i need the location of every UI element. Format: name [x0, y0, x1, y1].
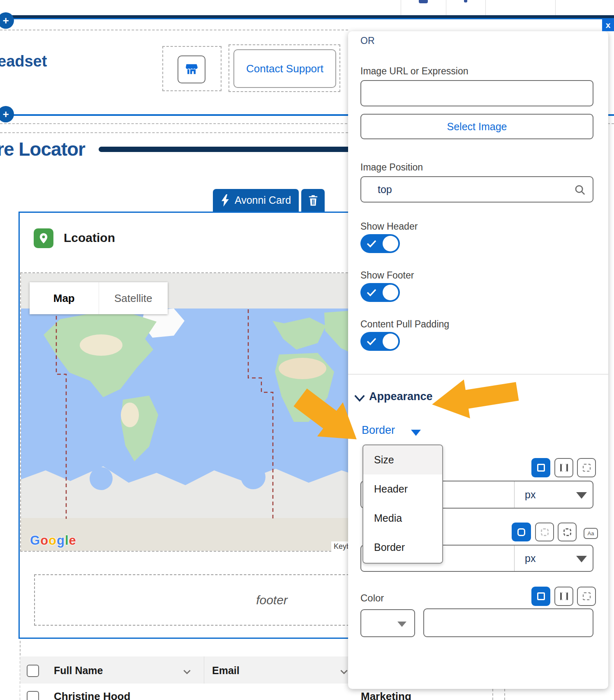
select-image-label: Select Image: [447, 121, 507, 133]
toggle-knob: [383, 285, 398, 300]
caret-down-icon[interactable]: [576, 492, 587, 499]
check-icon: [366, 337, 377, 346]
unit-value: px: [525, 553, 536, 564]
section-divider-accent: [0, 18, 614, 19]
caret-down-icon: [397, 622, 406, 627]
menu-item-border[interactable]: Border: [363, 533, 442, 562]
location-icon: [34, 228, 53, 248]
border-custom-icon: [583, 592, 591, 600]
component-badge-label: Avonni Card: [235, 194, 291, 206]
lightning-icon: [221, 194, 230, 207]
row-checkbox[interactable]: [27, 691, 39, 700]
column-guide-dashed: [492, 689, 493, 700]
radius-corners-dark-icon: [563, 528, 571, 536]
border-all-icon: [537, 464, 545, 472]
map-type-control: Map Satellite: [30, 282, 168, 314]
color-value-input[interactable]: [423, 608, 593, 637]
radius-text-unit-button[interactable]: Aa: [584, 528, 598, 539]
store-icon: [185, 62, 199, 76]
border-custom-icon: [583, 464, 591, 472]
image-url-label: Image URL or Expression: [360, 66, 468, 77]
border-vertical-icon: [560, 464, 568, 472]
radius-corners-light-icon: [541, 528, 549, 536]
google-logo: Google: [30, 533, 76, 548]
appearance-section-header[interactable]: Appearance: [369, 390, 433, 403]
or-label: OR: [360, 35, 375, 46]
image-position-value: top: [378, 184, 392, 196]
card-title: Lcoation: [64, 231, 115, 245]
color-custom-sides-button[interactable]: [577, 587, 596, 606]
color-all-sides-button[interactable]: [531, 587, 550, 606]
component-badge[interactable]: Avonni Card: [213, 189, 299, 212]
unit-value: px: [525, 489, 536, 501]
show-header-label: Show Header: [360, 221, 418, 232]
section-dashed-border: [0, 132, 348, 133]
show-footer-label: Show Footer: [360, 270, 414, 281]
toolbar-icon-fragment: [419, 0, 428, 3]
border-vertical-sides-button[interactable]: [554, 458, 573, 477]
close-panel-button[interactable]: x: [602, 18, 614, 31]
google-letter: o: [40, 533, 48, 548]
add-section-button[interactable]: +: [0, 12, 14, 29]
show-footer-toggle[interactable]: [360, 283, 400, 302]
check-icon: [366, 288, 377, 297]
radius-custom-corners-button[interactable]: [558, 523, 577, 541]
color-label: Color: [360, 592, 384, 604]
border-vertical-icon: [560, 592, 568, 600]
chevron-down-icon[interactable]: [353, 394, 366, 403]
plus-icon: +: [2, 14, 9, 27]
toggle-knob: [383, 236, 398, 251]
panel-divider: [348, 374, 608, 375]
google-letter: l: [65, 533, 69, 548]
border-dropdown-menu: Size Header Media Border: [362, 444, 443, 564]
image-position-label: Image Position: [360, 162, 423, 173]
show-header-toggle[interactable]: [360, 234, 400, 253]
plus-icon: +: [2, 108, 9, 121]
contact-support-button[interactable]: Contact Support: [233, 49, 336, 88]
color-vertical-sides-button[interactable]: [554, 587, 573, 606]
column-divider[interactable]: [204, 656, 204, 684]
border-custom-sides-button[interactable]: [577, 458, 596, 477]
google-letter: g: [57, 533, 65, 548]
chevron-down-icon[interactable]: [182, 666, 192, 677]
trash-icon: [308, 195, 319, 206]
column-header-email[interactable]: Email: [212, 665, 240, 677]
google-letter: o: [48, 533, 57, 548]
menu-item-media[interactable]: Media: [363, 504, 442, 533]
column-header-full-name[interactable]: Full Name: [54, 665, 103, 677]
radius-all-icon: [517, 528, 525, 536]
toolbar-divider: [401, 0, 401, 15]
image-url-input[interactable]: [360, 80, 593, 106]
menu-item-size[interactable]: Size: [363, 445, 442, 474]
contact-support-label: Contact Support: [246, 62, 323, 75]
menu-item-header[interactable]: Header: [363, 474, 442, 504]
map-type-map-button[interactable]: Map: [30, 282, 99, 314]
unit-divider: [514, 546, 515, 571]
caret-down-icon[interactable]: [411, 430, 421, 436]
toolbar-divider: [485, 0, 486, 15]
cell-department: Marketing: [361, 690, 411, 700]
caret-down-icon[interactable]: [576, 556, 587, 562]
delete-component-button[interactable]: [301, 189, 325, 212]
search-icon[interactable]: [574, 184, 586, 196]
section-dashed-border: [0, 30, 348, 30]
toolbar-icon-fragment: [464, 0, 467, 2]
content-pull-padding-toggle[interactable]: [360, 332, 400, 351]
radius-all-corners-button[interactable]: [512, 523, 531, 541]
column-guide-dashed: [504, 689, 505, 700]
footer-placeholder-text: footer: [256, 593, 288, 607]
section-divider-bar: [0, 15, 614, 18]
image-position-input[interactable]: top: [360, 176, 593, 203]
store-icon-button[interactable]: [178, 55, 205, 83]
add-component-button[interactable]: +: [0, 106, 14, 122]
border-all-sides-button[interactable]: [531, 458, 550, 477]
select-all-checkbox[interactable]: [27, 665, 39, 677]
page-heading-partial: eadset: [0, 53, 47, 70]
cell-full-name: Christine Hood: [54, 690, 130, 700]
map-type-satellite-button[interactable]: Satellite: [99, 282, 168, 314]
toolbar-divider: [446, 0, 446, 15]
color-swatch-select[interactable]: [360, 609, 415, 637]
radius-individual-corners-button[interactable]: [535, 523, 554, 541]
check-icon: [366, 239, 377, 248]
select-image-button[interactable]: Select Image: [360, 114, 593, 139]
